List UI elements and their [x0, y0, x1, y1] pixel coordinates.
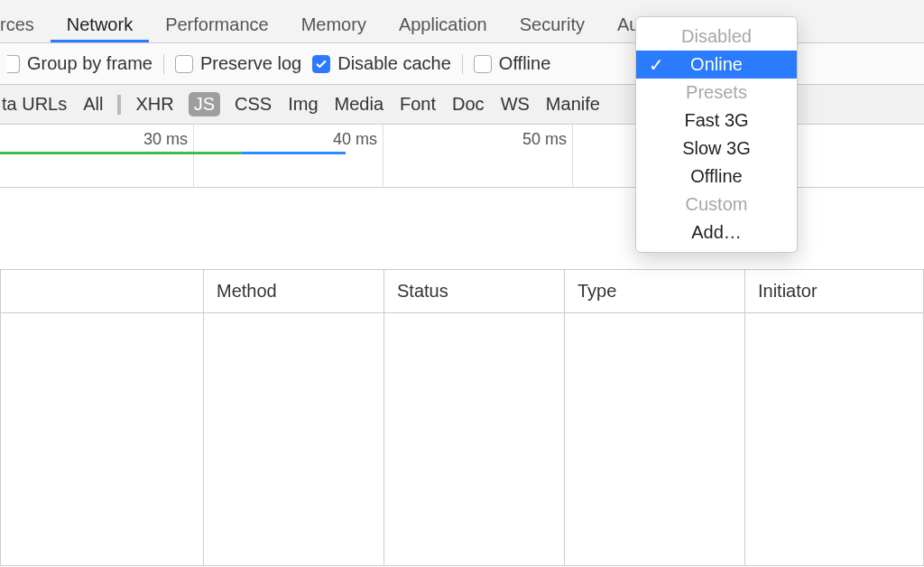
timeline-tick-label: 40 ms	[333, 130, 383, 149]
tab-security[interactable]: Security	[504, 5, 601, 42]
cell-empty	[384, 313, 565, 566]
disable-cache-checkbox[interactable]: Disable cache	[312, 53, 451, 74]
toolbar-separator	[462, 54, 463, 74]
checkbox-checked-icon	[312, 55, 330, 73]
menu-item-offline[interactable]: Offline	[636, 163, 797, 191]
filter-manifest-truncated[interactable]: Manife	[544, 94, 602, 115]
filter-separator	[117, 95, 121, 115]
filter-img[interactable]: Img	[286, 94, 319, 115]
filter-all[interactable]: All	[81, 94, 105, 115]
timeline-bar-dom	[0, 152, 242, 154]
network-request-table: Method Status Type Initiator	[0, 269, 924, 566]
menu-item-fast-3g[interactable]: Fast 3G	[636, 107, 797, 135]
filter-xhr[interactable]: XHR	[134, 94, 175, 115]
menu-section-custom: Custom	[636, 191, 797, 218]
filter-doc[interactable]: Doc	[450, 94, 486, 115]
menu-section-disabled: Disabled	[636, 23, 797, 51]
timeline-gridline	[193, 125, 194, 187]
filter-css[interactable]: CSS	[233, 94, 273, 115]
timeline-tick-label: 30 ms	[143, 130, 193, 149]
cell-empty	[204, 313, 384, 566]
filter-media[interactable]: Media	[333, 94, 385, 115]
checkbox-icon	[175, 55, 193, 73]
column-status[interactable]: Status	[384, 270, 565, 313]
column-name[interactable]	[1, 270, 204, 313]
timeline-tick-label: 50 ms	[522, 130, 572, 149]
checkbox-icon	[7, 55, 20, 73]
offline-checkbox[interactable]: Offline	[474, 53, 550, 74]
preserve-log-checkbox[interactable]: Preserve log	[175, 53, 301, 74]
table-row	[1, 313, 924, 566]
preserve-log-label: Preserve log	[200, 53, 301, 74]
group-by-frame-label: Group by frame	[27, 53, 152, 74]
menu-item-slow-3g[interactable]: Slow 3G	[636, 135, 797, 163]
tab-performance[interactable]: Performance	[149, 5, 285, 42]
menu-item-online[interactable]: Online	[636, 51, 797, 79]
filter-label-truncated: ta URLs	[0, 94, 69, 115]
tab-memory[interactable]: Memory	[285, 5, 383, 42]
timeline-bar-load	[242, 152, 346, 154]
cell-empty	[745, 313, 924, 566]
cell-empty	[1, 313, 204, 566]
timeline-gridline	[572, 125, 573, 187]
disable-cache-label: Disable cache	[337, 53, 451, 74]
table-header-row: Method Status Type Initiator	[1, 270, 924, 313]
checkbox-icon	[474, 55, 492, 73]
filter-js[interactable]: JS	[189, 92, 220, 116]
column-type[interactable]: Type	[565, 270, 745, 313]
menu-item-add[interactable]: Add…	[636, 218, 797, 246]
tab-application[interactable]: Application	[383, 5, 504, 42]
filter-font[interactable]: Font	[398, 94, 438, 115]
toolbar-separator	[163, 54, 164, 74]
offline-label: Offline	[499, 53, 550, 74]
menu-section-presets: Presets	[636, 79, 797, 107]
column-method[interactable]: Method	[204, 270, 384, 313]
filter-ws[interactable]: WS	[499, 94, 531, 115]
tab-network[interactable]: Network	[51, 5, 149, 42]
tab-sources-truncated[interactable]: rces	[0, 5, 51, 42]
group-by-frame-checkbox[interactable]: Group by frame	[7, 53, 152, 74]
throttling-menu[interactable]: Disabled Online Presets Fast 3G Slow 3G …	[635, 16, 798, 253]
column-initiator[interactable]: Initiator	[745, 270, 924, 313]
timeline-gridline	[383, 125, 383, 187]
cell-empty	[565, 313, 745, 566]
